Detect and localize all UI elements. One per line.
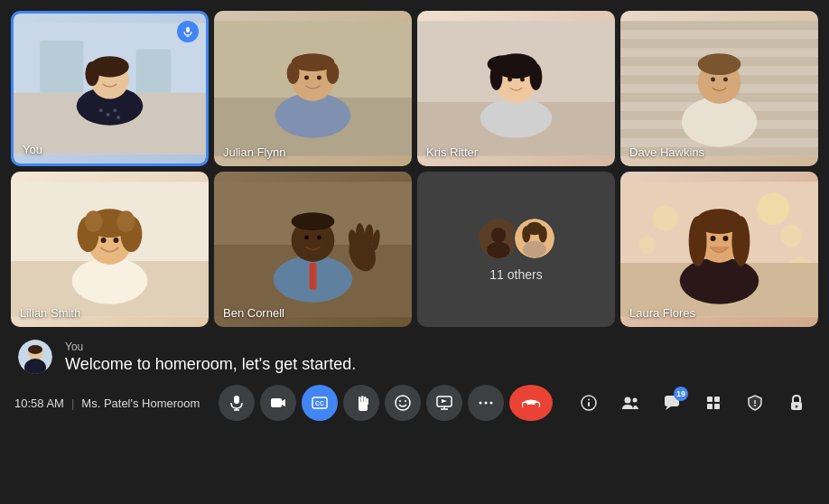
svg-point-32 — [508, 78, 512, 82]
mic-active-badge — [177, 21, 199, 42]
captions-button[interactable]: CC — [302, 385, 338, 421]
svg-point-31 — [488, 55, 520, 73]
svg-point-83 — [757, 192, 789, 225]
svg-point-78 — [523, 241, 546, 257]
svg-point-11 — [116, 116, 120, 119]
svg-rect-123 — [535, 403, 539, 407]
svg-rect-110 — [364, 397, 367, 405]
others-avatars — [477, 217, 556, 260]
svg-rect-131 — [707, 397, 713, 402]
info-button[interactable] — [571, 385, 607, 421]
people-button[interactable] — [612, 385, 648, 421]
svg-point-33 — [520, 78, 525, 82]
svg-point-23 — [317, 76, 321, 80]
svg-rect-132 — [714, 397, 720, 402]
svg-point-125 — [588, 399, 590, 401]
svg-rect-37 — [620, 39, 818, 48]
end-call-button[interactable] — [509, 385, 553, 421]
svg-point-8 — [99, 108, 103, 112]
svg-point-10 — [113, 108, 116, 112]
controls-right: 19 — [571, 385, 815, 421]
svg-point-56 — [85, 210, 103, 232]
svg-rect-134 — [714, 404, 720, 409]
info-divider: | — [71, 397, 74, 410]
meeting-time: 10:58 AM — [14, 397, 64, 410]
svg-point-57 — [116, 210, 135, 232]
tile-others[interactable]: 11 others — [417, 172, 615, 327]
svg-point-92 — [689, 216, 707, 266]
tile-label-lilian: Lilian Smith — [20, 306, 80, 320]
svg-point-98 — [28, 345, 42, 354]
meeting-info: 10:58 AM | Ms. Patel's Homeroom — [14, 397, 200, 410]
svg-point-127 — [625, 397, 631, 404]
svg-point-86 — [638, 236, 657, 254]
chat-badge: 19 — [674, 387, 688, 401]
tile-julian[interactable]: Julian Flynn — [214, 11, 412, 166]
svg-point-84 — [780, 225, 802, 247]
mic-button[interactable] — [219, 385, 255, 421]
svg-point-80 — [522, 226, 530, 242]
svg-point-136 — [754, 405, 756, 406]
chat-area: You Welcome to homeroom, let's get start… — [0, 334, 829, 378]
svg-rect-111 — [366, 398, 368, 405]
present-button[interactable] — [426, 385, 462, 421]
svg-rect-103 — [271, 398, 282, 407]
tile-kris[interactable]: Kris Ritter — [417, 11, 615, 166]
meeting-name: Ms. Patel's Homeroom — [81, 397, 200, 410]
svg-point-26 — [480, 98, 553, 138]
svg-rect-3 — [136, 49, 172, 92]
svg-point-93 — [731, 216, 750, 266]
tile-laura[interactable]: Laura Flores — [620, 172, 818, 327]
chat-message-text: Welcome to homeroom, let's get started. — [65, 355, 356, 374]
svg-rect-108 — [359, 397, 361, 405]
tile-lilian[interactable]: Lilian Smith — [11, 172, 209, 327]
svg-point-20 — [287, 62, 300, 84]
more-options-button[interactable] — [468, 385, 504, 421]
activities-button[interactable] — [695, 385, 731, 421]
tile-label-ben: Ben Cornell — [223, 306, 284, 320]
svg-point-120 — [484, 402, 487, 405]
tile-label-others: 11 others — [489, 267, 542, 282]
svg-point-46 — [698, 53, 741, 75]
tile-label-dave: Dave Hawkins — [629, 145, 704, 159]
chat-content: You Welcome to homeroom, let's get start… — [65, 341, 356, 374]
svg-point-89 — [680, 257, 759, 304]
svg-point-114 — [405, 400, 406, 402]
tile-dave[interactable]: Dave Hawkins — [620, 11, 818, 166]
svg-point-47 — [711, 78, 715, 82]
svg-point-112 — [396, 396, 410, 410]
svg-point-74 — [490, 228, 506, 243]
svg-point-128 — [633, 398, 638, 403]
emoji-button[interactable] — [385, 385, 421, 421]
safety-button[interactable] — [737, 385, 773, 421]
chat-sender-name: You — [65, 341, 356, 353]
svg-rect-126 — [588, 402, 590, 406]
svg-marker-118 — [442, 399, 447, 403]
svg-point-58 — [101, 238, 107, 243]
svg-rect-133 — [707, 404, 713, 409]
svg-point-75 — [487, 242, 510, 258]
svg-point-65 — [292, 212, 335, 230]
svg-rect-122 — [523, 403, 527, 407]
svg-point-119 — [479, 402, 481, 405]
bottom-bar: 10:58 AM | Ms. Patel's Homeroom CC — [0, 378, 829, 428]
svg-point-95 — [722, 236, 728, 241]
chat-sender-avatar — [18, 340, 52, 374]
chat-button[interactable]: 19 — [654, 385, 690, 421]
tile-you[interactable]: You — [11, 11, 209, 166]
lock-button[interactable] — [778, 385, 815, 421]
video-grid: You — [0, 0, 829, 334]
raise-hand-button[interactable] — [343, 385, 379, 421]
svg-point-59 — [113, 238, 118, 243]
tile-ben[interactable]: Ben Cornell — [214, 172, 412, 327]
svg-point-7 — [85, 61, 98, 86]
svg-rect-2 — [40, 41, 83, 93]
svg-point-85 — [653, 205, 678, 230]
svg-point-9 — [107, 113, 110, 117]
svg-point-81 — [538, 226, 546, 242]
svg-point-67 — [317, 236, 321, 240]
tile-label-kris: Kris Ritter — [426, 145, 478, 159]
svg-point-113 — [399, 400, 401, 402]
camera-button[interactable] — [260, 385, 296, 421]
svg-point-44 — [682, 97, 758, 147]
